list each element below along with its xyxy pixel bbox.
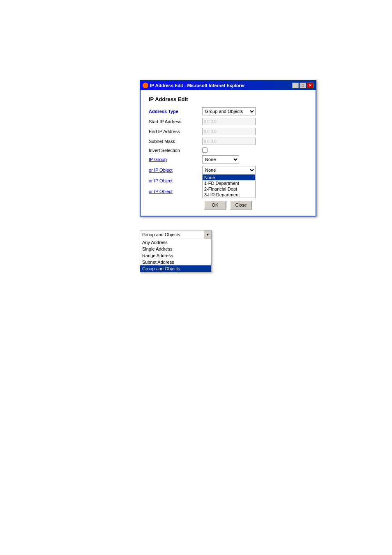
ip-group-row: IP Group None <box>149 155 307 164</box>
end-ip-row: End IP Address <box>149 128 307 135</box>
restore-button[interactable]: □ <box>300 83 306 88</box>
ip-object-item-3hr[interactable]: 3-HR Department <box>203 192 255 198</box>
start-ip-label: Start IP Address <box>149 119 202 124</box>
start-ip-input[interactable] <box>202 118 256 125</box>
end-ip-input[interactable] <box>202 128 256 135</box>
addr-type-any[interactable]: Any Address <box>140 239 211 246</box>
ip-object-open-list: None 1-FD Department 2-Financial Dept 3-… <box>202 174 256 198</box>
dialog-close-button[interactable]: Close <box>230 200 252 210</box>
address-type-row: Address Type Group and Objects Any Addre… <box>149 107 307 115</box>
dialog-heading: IP Address Edit <box>149 96 307 102</box>
subnet-mask-row: Subnet Mask <box>149 138 307 145</box>
addr-type-list: Any Address Single Address Range Address… <box>140 239 211 272</box>
ip-object-item-none[interactable]: None <box>203 175 255 180</box>
ip-object-dropdown: None 1-FD Department 2-Financial Dept 3-… <box>202 166 256 174</box>
addr-type-arrow-icon[interactable]: ▼ <box>204 230 211 239</box>
ip-object-label[interactable]: or IP Object <box>149 168 202 173</box>
address-type-label: Address Type <box>149 109 202 114</box>
window-title: IP Address Edit - Microsoft Internet Exp… <box>150 83 245 88</box>
ip-object-item-1fd[interactable]: 1-FD Department <box>203 180 255 186</box>
addr-type-group[interactable]: Group and Objects <box>140 265 211 272</box>
minimize-button[interactable]: _ <box>292 83 299 88</box>
button-row: OK Close <box>149 200 307 210</box>
ip-object-row: or IP Object None 1-FD Department 2-Fina… <box>149 166 307 174</box>
titlebar-controls: _ □ ✕ <box>292 83 314 88</box>
addr-type-range[interactable]: Range Address <box>140 252 211 259</box>
ip-group-select[interactable]: None <box>202 155 239 164</box>
titlebar: IP Address Edit - Microsoft Internet Exp… <box>141 81 316 90</box>
addr-type-current-value: Group and Objects <box>140 231 204 238</box>
subnet-mask-label: Subnet Mask <box>149 139 202 144</box>
address-type-dropdown-open: Group and Objects ▼ Any Address Single A… <box>140 230 212 272</box>
ip-object2-label[interactable]: or IP Object <box>149 178 202 183</box>
titlebar-left: IP Address Edit - Microsoft Internet Exp… <box>143 83 245 88</box>
invert-selection-checkbox[interactable] <box>202 147 208 153</box>
close-button[interactable]: ✕ <box>307 83 314 88</box>
address-type-select[interactable]: Group and Objects Any Address Single Add… <box>202 107 256 115</box>
dialog-content: IP Address Edit Address Type Group and O… <box>141 90 316 216</box>
ip-object3-label[interactable]: or IP Object <box>149 189 202 194</box>
ie-icon <box>143 83 148 88</box>
addr-type-subnet[interactable]: Subnet Address <box>140 259 211 265</box>
start-ip-row: Start IP Address <box>149 118 307 125</box>
invert-selection-row: Invert Selection <box>149 147 307 153</box>
addr-type-header: Group and Objects ▼ <box>140 230 211 239</box>
end-ip-label: End IP Address <box>149 129 202 134</box>
invert-selection-label: Invert Selection <box>149 148 202 153</box>
ie-window: IP Address Edit - Microsoft Internet Exp… <box>140 80 316 216</box>
subnet-mask-input[interactable] <box>202 138 256 145</box>
ip-object-item-2fin[interactable]: 2-Financial Dept <box>203 186 255 192</box>
ok-button[interactable]: OK <box>204 200 226 210</box>
ip-group-label[interactable]: IP Group <box>149 157 202 162</box>
ip-object-select[interactable]: None 1-FD Department 2-Financial Dept 3-… <box>202 166 256 174</box>
addr-type-single[interactable]: Single Address <box>140 246 211 252</box>
